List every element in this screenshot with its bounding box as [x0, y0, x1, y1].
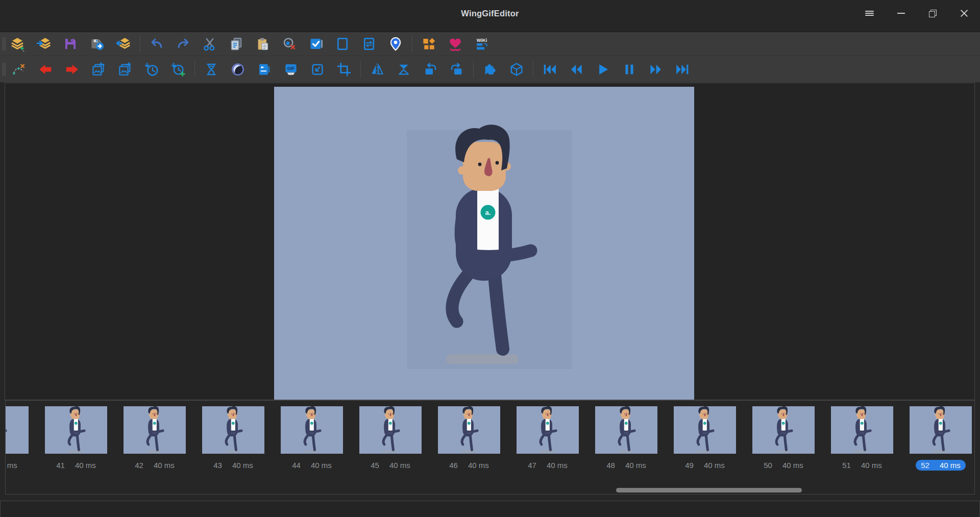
- frame-thumbnail[interactable]: [45, 406, 107, 454]
- frame-thumbnail-art: [202, 406, 264, 454]
- copy-icon: [229, 36, 244, 52]
- save-as-button[interactable]: [84, 34, 110, 54]
- export-frame-button[interactable]: [251, 59, 278, 80]
- frame-thumbnail[interactable]: [595, 406, 657, 454]
- export-layers-icon: [116, 36, 131, 52]
- invert-selection-button[interactable]: [356, 34, 382, 54]
- apps-button[interactable]: [415, 34, 442, 54]
- frame-thumbnail[interactable]: [674, 406, 736, 454]
- frame-thumbnail[interactable]: [438, 406, 500, 454]
- frame-thumbnail[interactable]: [359, 406, 422, 454]
- frame-thumbnail-art: [124, 406, 186, 454]
- selection-button[interactable]: [329, 34, 356, 54]
- export-layers-button[interactable]: [110, 34, 137, 54]
- open-button[interactable]: [31, 34, 57, 54]
- frame-thumbnail[interactable]: [124, 406, 186, 454]
- frame-number: 45: [371, 461, 379, 470]
- frame-thumbnail[interactable]: [910, 406, 972, 454]
- paste-button[interactable]: [250, 34, 276, 54]
- frame-thumbnail[interactable]: [752, 406, 815, 454]
- timeline-frame[interactable]: 5040 ms: [752, 406, 815, 472]
- menu-button[interactable]: [853, 0, 885, 27]
- timeline-frame[interactable]: 4640 ms: [438, 406, 500, 472]
- skip-to-start-button[interactable]: [536, 59, 563, 80]
- set-delay-button[interactable]: [198, 59, 225, 80]
- locate-button[interactable]: [382, 34, 409, 54]
- flip-vertical-button[interactable]: [390, 59, 417, 80]
- minimize-button[interactable]: [885, 0, 917, 27]
- window-controls: [853, 0, 980, 27]
- flip-horizontal-icon: [370, 62, 385, 77]
- insert-frame-before-button[interactable]: [85, 59, 112, 80]
- close-button[interactable]: [948, 0, 980, 27]
- photo-flag-icon: [257, 62, 272, 77]
- play-icon: [595, 62, 610, 77]
- redo-button[interactable]: [170, 34, 197, 54]
- timeline-frame[interactable]: 4840 ms: [595, 406, 657, 472]
- wiki-button[interactable]: WiKi: [469, 34, 495, 54]
- export-gif-button[interactable]: GIF: [278, 59, 304, 80]
- gif-canvas: [274, 87, 694, 400]
- frame-label: 4340 ms: [202, 458, 264, 472]
- copy-button[interactable]: [223, 34, 250, 54]
- svg-text:WiKi: WiKi: [477, 38, 487, 43]
- decrease-delay-button[interactable]: [138, 59, 165, 80]
- skip-to-end-button[interactable]: [669, 59, 696, 80]
- resize-icon: [310, 62, 325, 77]
- plugins-button[interactable]: [477, 59, 503, 80]
- remove-duplicates-button[interactable]: [276, 34, 303, 54]
- svg-text:GIF: GIF: [287, 66, 295, 71]
- app-window: WingGifEditor: [0, 0, 980, 517]
- map-pin-icon: [388, 36, 403, 52]
- insert-frame-after-button[interactable]: [112, 59, 138, 80]
- frame-thumbnail[interactable]: [281, 406, 343, 454]
- new-button[interactable]: [4, 34, 31, 54]
- timeline-frame[interactable]: 4040 ms: [5, 406, 29, 472]
- save-button[interactable]: [57, 34, 84, 54]
- flip-horizontal-button[interactable]: [364, 59, 390, 80]
- remove-frames-before-button[interactable]: [32, 59, 59, 80]
- increase-delay-button[interactable]: [165, 59, 191, 80]
- invert-selection-icon: [361, 36, 377, 52]
- moon-circle-icon: [230, 62, 246, 77]
- select-all-button[interactable]: [303, 34, 329, 54]
- timeline-frame[interactable]: 5240 ms: [910, 406, 972, 472]
- image-arrow-left-icon: [91, 62, 106, 77]
- frame-label: 4840 ms: [595, 458, 657, 472]
- hamburger-icon: [865, 10, 874, 17]
- pause-button[interactable]: [616, 59, 643, 80]
- cut-button[interactable]: [197, 34, 223, 54]
- frame-thumbnail-art: [281, 406, 343, 454]
- reverse-play-button[interactable]: [225, 59, 251, 80]
- timeline-frame[interactable]: 4340 ms: [202, 406, 264, 472]
- cube-button[interactable]: [503, 59, 530, 80]
- resize-button[interactable]: [304, 59, 331, 80]
- frame-thumbnail[interactable]: [831, 406, 893, 454]
- rewind-button[interactable]: [563, 59, 590, 80]
- fast-forward-button[interactable]: [643, 59, 669, 80]
- undo-button[interactable]: [143, 34, 170, 54]
- donate-button[interactable]: [442, 34, 469, 54]
- timeline-frame[interactable]: 4240 ms: [124, 406, 186, 472]
- curve-cancel-button[interactable]: [6, 59, 32, 80]
- frame-thumbnail[interactable]: [5, 406, 29, 454]
- toolbar-grip[interactable]: [3, 37, 6, 51]
- timeline-scrollbar[interactable]: [616, 488, 802, 493]
- timeline-frame[interactable]: 4540 ms: [359, 406, 422, 472]
- remove-frames-after-button[interactable]: [59, 59, 85, 80]
- frame-thumbnail[interactable]: [202, 406, 264, 454]
- timeline-frame[interactable]: 4940 ms: [674, 406, 736, 472]
- timeline-frame[interactable]: 4440 ms: [281, 406, 343, 472]
- rotate-left-button[interactable]: [417, 59, 444, 80]
- timeline-frame[interactable]: 4740 ms: [517, 406, 579, 472]
- restore-button[interactable]: [917, 0, 948, 27]
- frame-delay: 40 ms: [232, 461, 253, 470]
- crop-button[interactable]: [331, 59, 357, 80]
- toolbar-grip[interactable]: [3, 63, 6, 76]
- timeline-frame[interactable]: 4140 ms: [45, 406, 107, 472]
- frame-thumbnail[interactable]: [517, 406, 579, 454]
- timeline-frame[interactable]: 5140 ms: [831, 406, 893, 472]
- rotate-right-button[interactable]: [444, 59, 470, 80]
- play-button[interactable]: [590, 59, 616, 80]
- rotate-right-icon: [449, 62, 464, 77]
